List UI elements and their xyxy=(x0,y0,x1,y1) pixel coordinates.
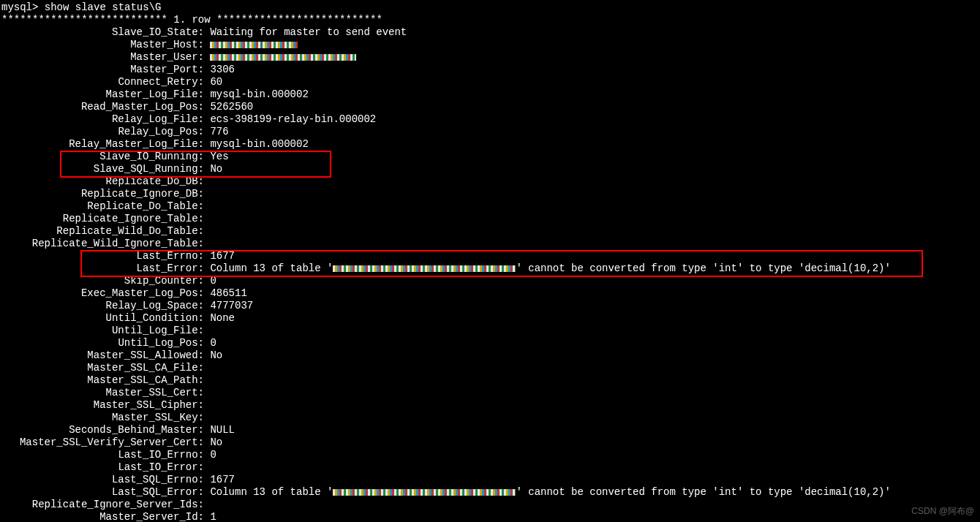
status-value: 1677 xyxy=(210,250,235,262)
status-value: 0 xyxy=(210,449,216,461)
status-label: Master_Port: xyxy=(1,64,204,76)
watermark-text: CSDN @阿布@ xyxy=(911,505,974,518)
status-row-Master_SSL_Cert: Master_SSL_Cert: xyxy=(1,387,980,399)
status-value: 0 xyxy=(210,275,216,287)
status-label: Replicate_Do_DB: xyxy=(1,175,204,188)
status-value: 5262560 xyxy=(210,101,253,113)
status-row-Until_Log_File: Until_Log_File: xyxy=(1,325,980,337)
status-row-Master_Host: Master_Host: xyxy=(1,39,980,51)
status-label: Last_Errno: xyxy=(1,250,204,262)
status-row-Relay_Log_Space: Relay_Log_Space: 4777037 xyxy=(1,300,980,312)
status-value: 0 xyxy=(210,337,216,349)
redacted-value xyxy=(210,54,356,61)
status-label: Until_Condition: xyxy=(1,312,204,325)
status-label: Relay_Master_Log_File: xyxy=(1,138,204,151)
status-value: ecs-398199-relay-bin.000002 xyxy=(210,113,376,125)
status-label: Slave_IO_State: xyxy=(1,26,204,39)
status-row-Relay_Log_File: Relay_Log_File: ecs-398199-relay-bin.000… xyxy=(1,113,980,126)
status-row-Relay_Log_Pos: Relay_Log_Pos: 776 xyxy=(1,126,980,138)
terminal-output: mysql> show slave status\G**************… xyxy=(1,1,980,522)
status-label: Master_SSL_Verify_Server_Cert: xyxy=(1,436,204,449)
status-value: No xyxy=(210,163,222,175)
status-label: Read_Master_Log_Pos: xyxy=(1,101,204,113)
prompt-line: mysql> show slave status\G xyxy=(1,1,980,14)
status-row-Master_SSL_Cipher: Master_SSL_Cipher: xyxy=(1,399,980,412)
status-row-Relay_Master_Log_File: Relay_Master_Log_File: mysql-bin.000002 xyxy=(1,138,980,151)
status-label: Master_Log_File: xyxy=(1,88,204,101)
status-row-Last_SQL_Errno: Last_SQL_Errno: 1677 xyxy=(1,474,980,486)
redacted-value xyxy=(210,42,298,48)
status-label: Skip_Counter: xyxy=(1,275,204,287)
status-value: 486511 xyxy=(210,287,246,299)
status-label: Last_IO_Errno: xyxy=(1,449,204,461)
status-value: 60 xyxy=(210,76,222,88)
status-label: Replicate_Wild_Do_Table: xyxy=(1,225,204,238)
redacted-value xyxy=(333,489,516,496)
status-label: Until_Log_Pos: xyxy=(1,337,204,349)
status-row-Replicate_Wild_Do_Table: Replicate_Wild_Do_Table: xyxy=(1,225,980,238)
status-label: Exec_Master_Log_Pos: xyxy=(1,287,204,300)
status-row-Replicate_Ignore_DB: Replicate_Ignore_DB: xyxy=(1,188,980,200)
status-label: Master_SSL_Cert: xyxy=(1,387,204,399)
status-row-Read_Master_Log_Pos: Read_Master_Log_Pos: 5262560 xyxy=(1,101,980,113)
status-label: Last_Error: xyxy=(1,262,204,275)
status-row-Until_Log_Pos: Until_Log_Pos: 0 xyxy=(1,337,980,349)
status-label: Seconds_Behind_Master: xyxy=(1,424,204,436)
status-row-Master_SSL_Key: Master_SSL_Key: xyxy=(1,412,980,424)
redacted-value xyxy=(333,265,516,272)
status-row-Seconds_Behind_Master: Seconds_Behind_Master: NULL xyxy=(1,424,980,436)
status-label: Last_IO_Error: xyxy=(1,461,204,474)
status-value-part: Column 13 of table ' xyxy=(210,262,333,274)
status-row-Connect_Retry: Connect_Retry: 60 xyxy=(1,76,980,88)
status-row-Slave_SQL_Running: Slave_SQL_Running: No xyxy=(1,163,980,175)
status-row-Last_IO_Error: Last_IO_Error: xyxy=(1,461,980,474)
status-value: None xyxy=(210,312,235,324)
mysql-prompt: mysql> show slave status\G xyxy=(1,1,161,13)
status-label: Replicate_Ignore_Table: xyxy=(1,213,204,225)
status-row-Master_Port: Master_Port: 3306 xyxy=(1,64,980,76)
status-row-Master_Server_Id: Master_Server_Id: 1 xyxy=(1,511,980,522)
status-label: Master_User: xyxy=(1,51,204,64)
status-value: NULL xyxy=(210,424,235,436)
status-row-Replicate_Ignore_Table: Replicate_Ignore_Table: xyxy=(1,213,980,225)
status-label: Master_Server_Id: xyxy=(1,511,204,522)
status-value: No xyxy=(210,349,222,361)
status-row-Replicate_Do_DB: Replicate_Do_DB: xyxy=(1,175,980,188)
status-label: Master_SSL_CA_File: xyxy=(1,362,204,374)
status-row-Slave_IO_Running: Slave_IO_Running: Yes xyxy=(1,151,980,163)
status-row-Last_Error: Last_Error: Column 13 of table '' cannot… xyxy=(1,262,980,275)
status-label: Slave_SQL_Running: xyxy=(1,163,204,175)
status-value: No xyxy=(210,436,222,448)
status-value: 776 xyxy=(210,126,228,137)
status-row-Master_User: Master_User: xyxy=(1,51,980,64)
status-label: Master_SSL_Key: xyxy=(1,412,204,424)
status-value-part: Column 13 of table ' xyxy=(210,486,333,498)
status-row-Master_Log_File: Master_Log_File: mysql-bin.000002 xyxy=(1,88,980,101)
status-row-Master_SSL_Allowed: Master_SSL_Allowed: No xyxy=(1,349,980,362)
status-row-Master_SSL_CA_Path: Master_SSL_CA_Path: xyxy=(1,374,980,387)
status-row-Last_IO_Errno: Last_IO_Errno: 0 xyxy=(1,449,980,461)
status-value: Waiting for master to send event xyxy=(210,26,407,38)
status-label: Relay_Log_File: xyxy=(1,113,204,126)
status-row-Master_SSL_CA_File: Master_SSL_CA_File: xyxy=(1,362,980,374)
status-label: Replicate_Ignore_Server_Ids: xyxy=(1,499,204,511)
status-label: Replicate_Do_Table: xyxy=(1,200,204,213)
status-label: Master_SSL_CA_Path: xyxy=(1,374,204,387)
status-label: Last_SQL_Errno: xyxy=(1,474,204,486)
status-label: Master_Host: xyxy=(1,39,204,51)
status-value: 3306 xyxy=(210,64,235,75)
status-label: Last_SQL_Error: xyxy=(1,486,204,499)
status-value-part: ' cannot be converted from type 'int' to… xyxy=(516,486,890,498)
status-label: Until_Log_File: xyxy=(1,325,204,337)
row-separator-line: *************************** 1. row *****… xyxy=(1,14,980,26)
status-row-Replicate_Do_Table: Replicate_Do_Table: xyxy=(1,200,980,213)
status-row-Replicate_Wild_Ignore_Table: Replicate_Wild_Ignore_Table: xyxy=(1,238,980,250)
status-value: mysql-bin.000002 xyxy=(210,88,308,100)
status-label: Relay_Log_Pos: xyxy=(1,126,204,138)
status-value: 4777037 xyxy=(210,300,253,311)
status-row-Exec_Master_Log_Pos: Exec_Master_Log_Pos: 486511 xyxy=(1,287,980,300)
status-value: 1 xyxy=(210,511,216,522)
status-label: Slave_IO_Running: xyxy=(1,151,204,163)
status-row-Last_SQL_Error: Last_SQL_Error: Column 13 of table '' ca… xyxy=(1,486,980,499)
status-row-Skip_Counter: Skip_Counter: 0 xyxy=(1,275,980,287)
